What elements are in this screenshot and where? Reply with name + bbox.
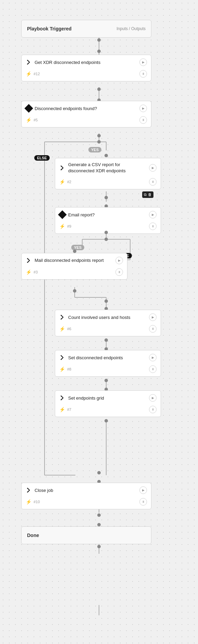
pause-button[interactable]: ⏸: [149, 223, 157, 230]
node-number: #8: [67, 367, 71, 371]
node-count-users[interactable]: Count involved users and hosts ▶ ⚡ #6 ⏸: [55, 310, 161, 336]
node-label: Mail disconnected endpoints report: [35, 257, 113, 264]
done-node[interactable]: Done: [21, 526, 151, 544]
node-condition-1[interactable]: Disconnected endpoints found? ▶ ⚡ #5 ⏸: [21, 101, 151, 128]
node-number: #12: [34, 72, 40, 76]
connector-dot: [104, 299, 108, 303]
node-number: #6: [67, 327, 71, 331]
node-number: #10: [34, 500, 40, 504]
done-label: Done: [27, 533, 146, 538]
lightning-icon: ⚡: [59, 326, 65, 332]
play-button[interactable]: ▶: [139, 58, 147, 66]
node-number: #9: [67, 224, 71, 228]
connector-dot: [97, 134, 101, 137]
yes-label-2: YES: [71, 245, 84, 250]
lightning-icon: ⚡: [26, 269, 32, 275]
play-button[interactable]: ▶: [115, 257, 123, 264]
node-label: Disconnected endpoints found?: [35, 106, 137, 111]
node-action-toolbar[interactable]: ⧉ 🗑: [142, 191, 153, 198]
connector-dot: [97, 523, 101, 526]
action-icon: [59, 395, 65, 401]
node-generate-csv[interactable]: Generate a CSV report for disconnected X…: [55, 158, 161, 189]
connector-dot: [104, 379, 108, 382]
node-label: Count involved users and hosts: [68, 315, 146, 320]
action-icon: [26, 257, 32, 264]
node-label: Set endpoints grid: [68, 395, 146, 401]
play-button[interactable]: ▶: [149, 394, 157, 402]
condition-icon: [24, 104, 33, 112]
connector-dot: [104, 154, 108, 157]
node-condition-email[interactable]: Email report? ▶ ⚡ #9 ⏸: [55, 207, 161, 234]
connector-dot: [73, 250, 76, 253]
action-icon: [59, 354, 65, 361]
play-button[interactable]: ▶: [149, 313, 157, 321]
pause-button[interactable]: ⏸: [139, 498, 147, 506]
node-number: #3: [34, 270, 38, 274]
trash-icon[interactable]: 🗑: [148, 192, 152, 197]
lightning-icon: ⚡: [26, 499, 32, 505]
connector-dot: [104, 231, 108, 234]
node-number: #5: [34, 118, 38, 122]
else-label-1: ELSE: [34, 155, 50, 161]
play-button[interactable]: ▶: [149, 354, 157, 361]
action-icon: [26, 487, 32, 493]
connector-dot: [97, 38, 101, 42]
node-close-job[interactable]: Close job ▶ ⚡ #10 ⏸: [21, 483, 151, 509]
play-button[interactable]: ▶: [149, 164, 157, 172]
branch-dot: [97, 140, 101, 144]
play-button[interactable]: ▶: [139, 105, 147, 112]
connector-dot: [73, 289, 76, 293]
connector-dot: [97, 88, 101, 91]
branch-dot: [104, 238, 108, 241]
action-icon: [59, 165, 65, 171]
pause-button[interactable]: ⏸: [139, 116, 147, 124]
lightning-icon: ⚡: [59, 407, 65, 412]
connector-dot: [104, 419, 108, 422]
connector-dot: [97, 471, 101, 474]
node-set-grid[interactable]: Set endpoints grid ▶ ⚡ #7 ⏸: [55, 390, 161, 417]
workflow-canvas: Playbook Triggered Inputs / Outputs Get …: [0, 0, 198, 644]
connector-dot: [97, 513, 101, 517]
condition-icon: [58, 210, 66, 219]
lightning-icon: ⚡: [59, 224, 65, 229]
node-get-xdr[interactable]: Get XDR disconnected endpoints ▶ ⚡ #12 ⏸: [21, 55, 151, 81]
lightning-icon: ⚡: [26, 117, 32, 123]
trigger-node[interactable]: Playbook Triggered Inputs / Outputs: [21, 20, 151, 38]
play-button[interactable]: ▶: [149, 211, 157, 218]
lightning-icon: ⚡: [59, 366, 65, 372]
trigger-label: Playbook Triggered: [27, 26, 116, 31]
node-number: #2: [67, 180, 71, 184]
connector-dot: [97, 50, 101, 53]
inputs-outputs-label[interactable]: Inputs / Outputs: [116, 26, 146, 31]
action-icon: [26, 59, 32, 65]
pause-button[interactable]: ⏸: [149, 325, 157, 333]
node-label: Close job: [35, 488, 137, 493]
pause-button[interactable]: ⏸: [139, 70, 147, 78]
pause-button[interactable]: ⏸: [149, 178, 157, 186]
pause-button[interactable]: ⏸: [149, 365, 157, 373]
connector-dot: [104, 338, 108, 342]
copy-icon[interactable]: ⧉: [144, 192, 147, 197]
pause-button[interactable]: ⏸: [115, 268, 123, 276]
connector-dot: [104, 196, 108, 199]
node-mail[interactable]: Mail disconnected endpoints report ▶ ⚡ #…: [21, 253, 127, 280]
node-set-endpoints[interactable]: Set disconnected endpoints ▶ ⚡ #8 ⏸: [55, 350, 161, 377]
node-label: Email report?: [68, 212, 146, 217]
play-button[interactable]: ▶: [139, 486, 147, 494]
node-label: Set disconnected endpoints: [68, 355, 146, 360]
pause-button[interactable]: ⏸: [149, 406, 157, 413]
yes-label: YES: [88, 147, 101, 152]
node-label: Generate a CSV report for disconnected X…: [68, 162, 146, 174]
node-label: Get XDR disconnected endpoints: [35, 60, 137, 65]
lightning-icon: ⚡: [26, 71, 32, 77]
action-icon: [59, 314, 65, 320]
connector-dot: [97, 545, 101, 548]
node-number: #7: [67, 407, 71, 412]
lightning-icon: ⚡: [59, 179, 65, 185]
